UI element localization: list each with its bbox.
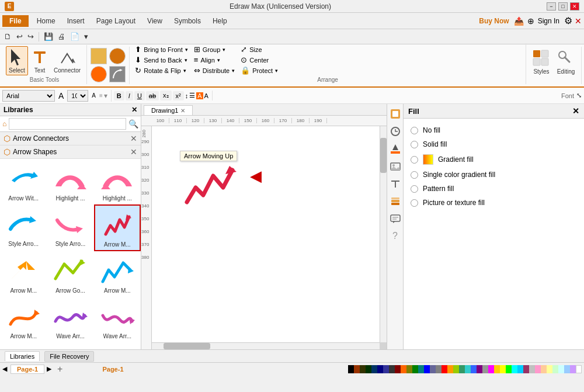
bring-front-arrow[interactable]: ▾ [185,47,188,53]
color-swatch-19[interactable] [459,365,465,373]
color-swatch-17[interactable] [447,365,453,373]
bring-to-front-btn[interactable]: ⬆ Bring to Front ▾ [133,44,190,54]
group-arrow[interactable]: ▾ [223,47,225,53]
shape-item-4[interactable]: Style Arro... [47,204,93,251]
shape-item-13[interactable]: Arrow M... [47,342,93,349]
shape-item-9[interactable]: Arrow M... [0,297,47,342]
strikethrough-button[interactable]: ab [146,91,159,100]
color-swatch-14[interactable] [430,365,436,373]
rotate-arrow[interactable]: ▾ [183,68,186,74]
send-to-back-btn[interactable]: ⬇ Send to Back ▾ [133,55,190,65]
view-menu[interactable]: View [141,15,168,27]
superscript-button[interactable]: x² [173,91,184,100]
color-swatch-24[interactable] [488,365,494,373]
canvas-shape-arrow-moving-up[interactable] [181,161,239,208]
group-btn[interactable]: ⊞ Group ▾ [192,44,237,54]
color-swatch-26[interactable] [500,365,506,373]
home-menu[interactable]: Home [31,15,61,27]
network-icon[interactable]: ⊕ [527,16,534,26]
shape-circle-btn[interactable] [109,48,126,64]
shape-fill-btn[interactable] [91,48,107,64]
symbols-menu[interactable]: Symbols [168,15,207,27]
shape-item-14[interactable]: Arrow M... [94,342,141,349]
color-swatch-32[interactable] [535,365,541,373]
color-swatch-20[interactable] [465,365,471,373]
format-icon[interactable] [388,124,403,139]
highlight-icon[interactable]: A [196,92,203,99]
color-swatch-1[interactable] [354,365,360,373]
color-swatch-4[interactable] [371,365,377,373]
fill-option-pattern[interactable]: Pattern fill [406,182,582,196]
color-swatch-11[interactable] [412,365,418,373]
distribute-arrow[interactable]: ▾ [232,68,235,74]
undo-icon[interactable]: ↩ [15,31,25,42]
subscript-button[interactable]: x₂ [160,91,172,100]
color-swatch-38[interactable] [570,365,576,373]
color-icon[interactable] [388,141,403,157]
color-swatch-28[interactable] [512,365,517,373]
color-swatch-25[interactable] [494,365,500,373]
share-icon[interactable]: 📤 [514,16,524,26]
font-size-decrease[interactable]: A [56,91,66,101]
comment-icon[interactable] [388,211,403,227]
color-swatch-black[interactable] [348,365,354,373]
send-back-arrow[interactable]: ▾ [185,57,187,63]
color-swatch-white[interactable] [576,365,582,373]
shapes-scroll-area[interactable]: Arrow Wit... Highlight ... [0,159,141,349]
color-swatch-10[interactable] [406,365,412,373]
color-swatch-12[interactable] [418,365,424,373]
color-swatch-6[interactable] [383,365,389,373]
color-swatch-5[interactable] [377,365,383,373]
arrow-shapes-close[interactable]: ✕ [130,147,137,157]
sign-in-button[interactable]: Sign In [538,17,559,25]
protect-btn[interactable]: 🔒 Protect ▾ [239,65,280,75]
no-fill-radio[interactable] [411,127,418,134]
shape-item-8[interactable]: Arrow M... [94,251,141,297]
fill-option-gradient[interactable]: Gradient fill [406,151,582,168]
color-swatch-22[interactable] [477,365,482,373]
shape-orange-btn[interactable] [91,66,107,82]
canvas-paper[interactable]: Arrow Moving Up ◀ [152,126,380,342]
shape-item-6[interactable]: Arrow M... [0,251,47,297]
solid-fill-radio[interactable] [411,141,418,148]
font-size-increase[interactable]: A [89,92,98,99]
list-icon[interactable]: ☰ [189,92,195,99]
color-swatch-35[interactable] [552,365,558,373]
color-swatch-2[interactable] [360,365,366,373]
horizontal-scrollbar[interactable] [152,342,380,349]
color-swatch-31[interactable] [529,365,535,373]
shape-item-1[interactable]: Highlight ... [47,159,93,204]
italic-button[interactable]: I [126,91,133,100]
libraries-status-tab[interactable]: Libraries [5,351,40,361]
shape-item-5[interactable]: Arrow M... [94,204,141,251]
fill-option-picture[interactable]: Picture or texture fill [406,196,582,210]
drawing1-tab[interactable]: Drawing1 ✕ [144,105,193,115]
tab-close-icon[interactable]: ✕ [180,107,185,114]
options-icon[interactable]: ▾ [82,31,90,42]
bold-button[interactable]: B [114,91,124,100]
color-swatch-36[interactable] [558,365,564,373]
close-button[interactable]: ✕ [570,2,579,11]
gradient-fill-radio[interactable] [411,156,418,164]
text-align-icon[interactable]: ≡ [99,92,103,99]
font-size-select[interactable]: 10 [67,90,88,102]
distribute-btn[interactable]: ⇔ Distribute ▾ [192,65,237,75]
fill-option-no-fill[interactable]: No fill [406,123,582,137]
shape-item-12[interactable]: Arrow Ve... [0,342,47,349]
add-page-button[interactable]: + [55,364,65,374]
libraries-close-icon[interactable]: ✕ [131,106,137,114]
canvas-viewport-wrapper[interactable]: 100 110 120 130 140 150 160 170 180 190 … [141,116,387,349]
color-swatch-9[interactable] [401,365,406,373]
save-icon[interactable]: 💾 [42,31,55,42]
styles-button[interactable]: Styles [530,48,553,76]
shape-connector-btn[interactable] [109,66,126,82]
shape-item-10[interactable]: Wave Arr... [47,297,93,342]
color-swatch-30[interactable] [523,365,529,373]
center-btn[interactable]: ⊙ Center [239,55,280,65]
fill-option-solid[interactable]: Solid fill [406,137,582,151]
file-recovery-tab[interactable]: File Recovery [44,351,94,362]
align-btn[interactable]: ≡ Align ▾ [192,55,237,65]
new-icon[interactable]: 🗋 [2,31,13,42]
v-scroll-thumb[interactable] [380,138,387,173]
search-input[interactable] [9,118,126,130]
